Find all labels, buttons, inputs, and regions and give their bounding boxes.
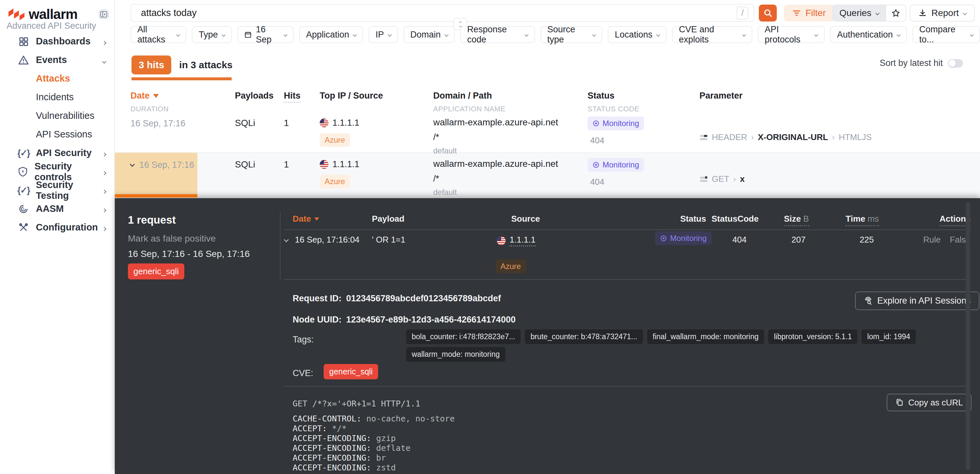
filter-chip-date[interactable]: 16 Sep (237, 26, 294, 43)
attack-row-2-selected[interactable]: 16 Sep, 17:16 SQLi 1 1.1.1.1 Azure walla… (115, 153, 980, 198)
explore-api-sessions-button[interactable]: Explore in API Sessions (855, 292, 979, 310)
sidebar-collapse-button[interactable] (99, 10, 109, 19)
chevron-right-icon (103, 203, 106, 214)
request-status-code: 404 (732, 235, 746, 245)
filter-chip-domain[interactable]: Domain (404, 26, 455, 43)
search-input[interactable]: attacks today / (130, 4, 754, 22)
collapse-request-icon[interactable] (284, 237, 289, 243)
search-button[interactable] (759, 5, 777, 22)
attacks-table-body: 16 Sep, 17:16 SQLi 1 1.1.1.1 Azure walla… (115, 111, 980, 198)
http-header: ACCEPT-ENCODING: gzip (293, 434, 954, 443)
param-part: GET (712, 174, 729, 184)
sidebar-item-incidents[interactable]: Incidents (0, 88, 114, 107)
monitoring-eye-icon (592, 120, 600, 127)
us-flag-icon (320, 160, 329, 169)
requests-count-title: 1 request (128, 214, 176, 226)
parameter-point-icon (700, 175, 708, 184)
request-status-badge[interactable]: Monitoring (655, 231, 711, 245)
filter-chip-ip[interactable]: IP (369, 26, 398, 43)
filter-chip-application[interactable]: Application (299, 26, 363, 43)
chevron-down-icon (103, 54, 106, 65)
detail-column-date[interactable]: Date (293, 214, 320, 224)
mark-false-positive-link[interactable]: Mark as false positive (128, 233, 216, 244)
http-header: ACCEPT-ENCODING: br (293, 453, 954, 463)
attack-path: /* (433, 132, 587, 142)
detail-column-time[interactable]: Time ms (846, 214, 879, 226)
param-part: X-ORIGINAL-URL (758, 132, 828, 142)
source-tag-azure[interactable]: Azure (320, 133, 350, 147)
request-ip[interactable]: 1.1.1.1 (509, 235, 536, 246)
favorite-star-button[interactable] (885, 5, 905, 21)
chevron-right-icon (103, 185, 106, 196)
sidebar-item-attacks[interactable]: Attacks (0, 69, 114, 88)
raw-http-request: GET /*?x='+OR+1=1 HTTP/1.1 CACHE-CONTROL… (293, 399, 954, 474)
source-tag-azure[interactable]: Azure (320, 175, 350, 188)
attack-domain: wallarm-example.azure-api.net (433, 159, 587, 169)
column-top-ip-source: Top IP / Source (320, 91, 433, 101)
sort-desc-icon (153, 94, 159, 98)
attack-row-1[interactable]: 16 Sep, 17:16 SQLi 1 1.1.1.1 Azure walla… (115, 111, 980, 153)
wallarm-logo-icon (8, 8, 25, 20)
fingerprint-search-icon (864, 297, 873, 306)
filter-chip-source-type[interactable]: Source type (541, 26, 603, 43)
main-content: attacks today / Filter Queries Report (115, 0, 980, 474)
column-hits[interactable]: Hits (284, 91, 301, 103)
filter-button[interactable]: Filter (784, 5, 834, 22)
braces-check-icon: {✓} (18, 185, 29, 196)
tags-label: Tags: (293, 335, 314, 345)
http-header: ACCEPT-LANGUAGE: (293, 473, 954, 474)
sidebar-item-api-sessions[interactable]: API Sessions (0, 125, 114, 144)
filter-chips-row: All attacks Type 16 Sep Application IP D… (130, 26, 980, 43)
sidebar-item-label: Events (36, 54, 67, 65)
sidebar-item-api-security[interactable]: {✓} API Security (0, 144, 114, 162)
filter-chip-all-attacks[interactable]: All attacks (130, 26, 186, 43)
panel-scrollbar[interactable] (966, 202, 970, 470)
queries-button[interactable]: Queries (833, 5, 885, 21)
queries-group: Queries (832, 5, 906, 22)
param-part: HEADER (712, 132, 747, 142)
filter-chip-api-protocols[interactable]: API protocols (758, 26, 825, 43)
chevron-right-icon (103, 36, 106, 47)
attack-payload-type: SQLi (235, 111, 284, 155)
status-badge-monitoring[interactable]: Monitoring (587, 117, 644, 130)
chevron-right-icon (103, 166, 106, 177)
sidebar: wallarm Advanced API Security Dashboards (0, 0, 115, 474)
attack-type-tag[interactable]: generic_sqli (128, 263, 185, 279)
sidebar-item-configuration[interactable]: Configuration (0, 218, 114, 237)
filter-chip-type[interactable]: Type (192, 26, 232, 43)
sidebar-item-aasm[interactable]: AASM (0, 199, 114, 218)
param-part: x (740, 174, 745, 184)
monitoring-eye-icon (592, 161, 600, 168)
request-source-tag-azure[interactable]: Azure (496, 260, 526, 273)
braces-check-icon: {✓} (18, 148, 29, 158)
sidebar-item-security-testing[interactable]: {✓} Security Testing (0, 181, 114, 199)
source-ip: 1.1.1.1 (332, 118, 360, 128)
results-summary: 3 hits in 3 attacks (132, 56, 232, 74)
sidebar-item-vulnerabilities[interactable]: Vulnerabilities (0, 107, 114, 125)
sidebar-item-events[interactable]: Events (0, 51, 114, 69)
wallarm-logo: wallarm (8, 6, 77, 22)
chevron-down-icon (875, 11, 880, 15)
filter-chip-locations[interactable]: Locations (608, 26, 667, 43)
detail-section-divider (284, 279, 966, 280)
attack-hits: 1 (284, 111, 320, 155)
attack-path: /* (433, 174, 587, 184)
tag-chip: bola_counter: i:478:f82823e7... (406, 329, 521, 344)
status-badge-monitoring[interactable]: Monitoring (587, 158, 644, 172)
sidebar-item-dashboards[interactable]: Dashboards (0, 32, 114, 51)
filter-chip-response-code[interactable]: Response code (460, 26, 535, 43)
action-rule[interactable]: Rule (923, 235, 940, 245)
sidebar-item-security-controls[interactable]: Security controls (0, 162, 114, 181)
detail-column-size[interactable]: Size B (784, 214, 809, 226)
filter-chip-compare-to[interactable]: Compare to... (912, 26, 980, 43)
tag-chip: lom_id: 1994 (862, 329, 916, 344)
http-header: ACCEPT: */* (293, 424, 954, 434)
column-date[interactable]: Date (130, 91, 235, 101)
report-button[interactable]: Report (910, 5, 975, 22)
attack-date: 16 Sep, 17:16 (130, 118, 185, 129)
sort-toggle[interactable] (948, 59, 963, 67)
collapse-row-icon[interactable] (130, 162, 135, 167)
filter-chip-authentication[interactable]: Authentication (830, 26, 907, 43)
cve-tag[interactable]: generic_sqli (324, 364, 378, 379)
filter-chip-cve[interactable]: CVE and exploits (672, 26, 752, 43)
